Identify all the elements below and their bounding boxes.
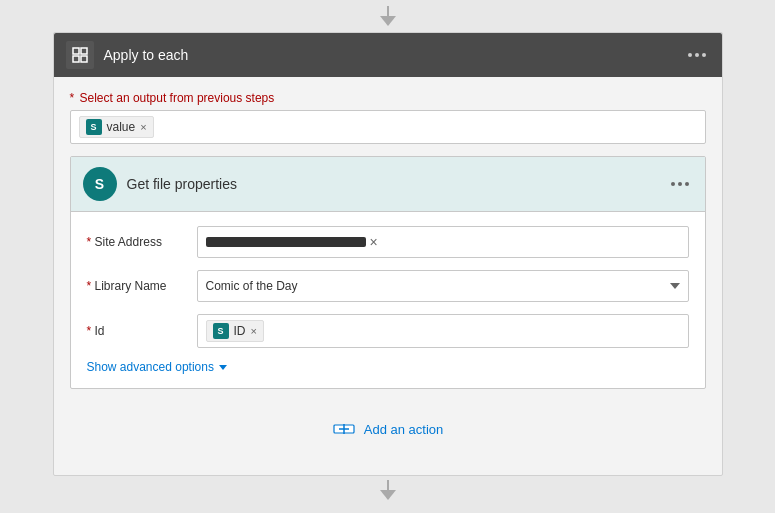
add-action-icon — [332, 417, 356, 441]
top-connector — [380, 0, 396, 32]
get-file-properties-icon: S — [83, 167, 117, 201]
site-address-input[interactable]: × — [197, 226, 689, 258]
apply-to-each-icon — [66, 41, 94, 69]
id-label: * Id — [87, 324, 197, 338]
value-token-label: value — [107, 120, 136, 134]
id-input[interactable]: S ID × — [197, 314, 689, 348]
select-output-text: Select an output from previous steps — [80, 91, 275, 105]
get-file-properties-card: S Get file properties * Site Address — [70, 156, 706, 389]
id-token: S ID × — [206, 320, 264, 342]
svg-rect-2 — [73, 56, 79, 62]
site-address-label: * Site Address — [87, 235, 197, 249]
apply-to-each-body: * Select an output from previous steps S… — [54, 77, 722, 475]
select-output-asterisk: * — [70, 91, 75, 105]
id-row: * Id S ID × — [87, 314, 689, 348]
apply-to-each-container: Apply to each * Select an output from pr… — [53, 32, 723, 476]
bottom-connector — [380, 476, 396, 500]
show-advanced-options[interactable]: Show advanced options — [87, 360, 689, 374]
show-advanced-label: Show advanced options — [87, 360, 214, 374]
value-token: S value × — [79, 116, 154, 138]
id-token-close[interactable]: × — [251, 326, 257, 337]
get-file-properties-menu[interactable] — [667, 178, 693, 190]
apply-to-each-header: Apply to each — [54, 33, 722, 77]
get-file-properties-body: * Site Address × * Library Name — [71, 212, 705, 388]
value-token-close[interactable]: × — [140, 122, 146, 133]
get-file-properties-title: Get file properties — [127, 176, 667, 192]
id-token-label: ID — [234, 324, 246, 338]
library-name-chevron-icon — [670, 283, 680, 289]
library-name-dropdown[interactable]: Comic of the Day — [197, 270, 689, 302]
add-action-area: Add an action — [70, 389, 706, 461]
apply-header-menu[interactable] — [684, 49, 710, 61]
site-address-value-redacted — [206, 237, 366, 247]
show-advanced-chevron-icon — [219, 365, 227, 370]
library-name-value: Comic of the Day — [206, 279, 670, 293]
site-address-clear-icon[interactable]: × — [370, 234, 378, 250]
add-action-label: Add an action — [364, 422, 444, 437]
select-output-label: * Select an output from previous steps — [70, 91, 706, 105]
library-name-row: * Library Name Comic of the Day — [87, 270, 689, 302]
svg-rect-1 — [81, 48, 87, 54]
apply-to-each-title: Apply to each — [104, 47, 684, 63]
value-token-icon: S — [86, 119, 102, 135]
library-name-label: * Library Name — [87, 279, 197, 293]
id-token-icon: S — [213, 323, 229, 339]
svg-rect-3 — [81, 56, 87, 62]
site-address-row: * Site Address × — [87, 226, 689, 258]
add-action-button[interactable]: Add an action — [332, 417, 444, 441]
select-output-input[interactable]: S value × — [70, 110, 706, 144]
svg-rect-0 — [73, 48, 79, 54]
get-file-properties-header: S Get file properties — [71, 157, 705, 212]
